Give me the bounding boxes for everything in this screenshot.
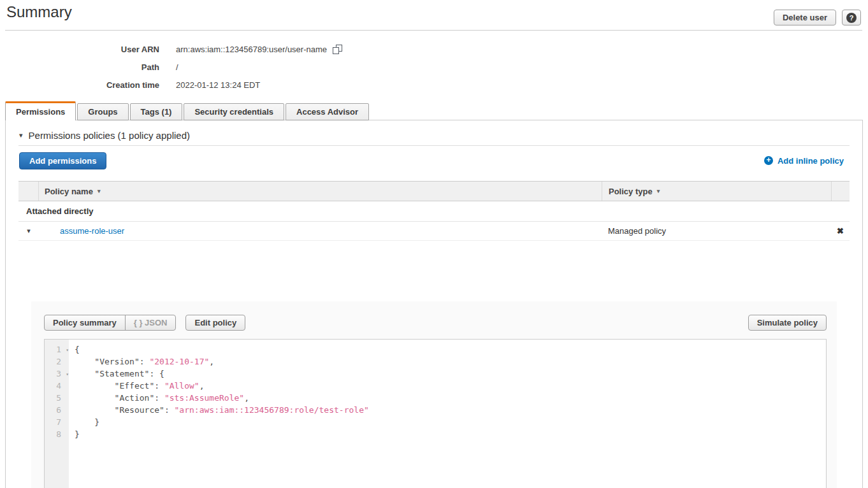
- path-label: Path: [0, 62, 159, 72]
- policy-detail-buttons: Policy summary { } JSON Edit policy Simu…: [44, 314, 827, 331]
- tab-tags[interactable]: Tags (1): [130, 103, 183, 120]
- code-line: 2 "Version": "2012-10-17",: [45, 355, 826, 368]
- attached-directly-label: Attached directly: [26, 206, 93, 216]
- permissions-policies-section-header[interactable]: ▾ Permissions policies (1 policy applied…: [19, 130, 190, 141]
- caret-down-icon: ▾: [27, 227, 31, 235]
- policy-table-header: Policy name ▾ Policy type ▾: [18, 181, 850, 201]
- code-line: 4 "Effect": "Allow",: [45, 380, 826, 392]
- header-caret-column: [18, 182, 39, 201]
- help-icon: ?: [846, 13, 857, 23]
- table-row: ▾ assume-role-user Managed policy ✖: [18, 222, 850, 241]
- line-number: 7: [56, 417, 61, 427]
- code-line: 3▾ "Statement": {: [45, 368, 826, 380]
- line-number: 6: [56, 405, 61, 415]
- line-number: 8: [56, 429, 61, 439]
- section-divider: [18, 145, 850, 146]
- code-line: 7 }: [45, 416, 826, 428]
- tab-security-credentials[interactable]: Security credentials: [184, 103, 284, 120]
- detach-policy-icon[interactable]: ✖: [837, 226, 844, 236]
- code-line: 6 "Resource": "arn:aws:iam::123456789:ro…: [45, 404, 826, 416]
- fold-caret-icon[interactable]: ▾: [66, 368, 69, 380]
- line-number: 3: [56, 369, 61, 378]
- column-header-policy-name[interactable]: Policy name ▾: [39, 182, 602, 201]
- field-row-user-arn: User ARN arn:aws:iam::123456789:user/use…: [0, 40, 342, 58]
- tab-access-advisor[interactable]: Access Advisor: [286, 103, 369, 120]
- policy-name-link[interactable]: assume-role-user: [60, 226, 124, 236]
- tab-groups[interactable]: Groups: [77, 103, 128, 120]
- plus-circle-icon: +: [764, 156, 773, 165]
- line-number: 1: [56, 345, 61, 354]
- fold-caret-icon[interactable]: ▾: [66, 344, 69, 356]
- path-value: /: [176, 62, 178, 72]
- simulate-policy-button[interactable]: Simulate policy: [748, 315, 827, 331]
- group-row-attached-directly: Attached directly: [18, 201, 850, 222]
- add-permissions-button[interactable]: Add permissions: [19, 152, 106, 169]
- add-inline-policy-label: Add inline policy: [778, 156, 844, 166]
- code-line: 8 }: [45, 428, 826, 440]
- line-number: 4: [56, 381, 61, 391]
- code-line: 1▾ {: [45, 343, 826, 355]
- creation-time-label: Creation time: [0, 80, 159, 90]
- permissions-policies-title: Permissions policies (1 policy applied): [29, 130, 190, 141]
- column-header-policy-type[interactable]: Policy type ▾: [602, 182, 831, 201]
- title-divider: [5, 30, 862, 31]
- line-number: 5: [56, 393, 61, 403]
- creation-time-value: 2022-01-12 13:24 EDT: [176, 80, 260, 90]
- user-arn-value: arn:aws:iam::123456789:user/user-name: [176, 45, 327, 54]
- field-row-creation-time: Creation time 2022-01-12 13:24 EDT: [0, 76, 342, 94]
- add-inline-policy-link[interactable]: + Add inline policy: [764, 156, 844, 166]
- section-caret-down-icon: ▾: [19, 131, 23, 140]
- code-line: 5 "Action": "sts:AssumeRole",: [45, 392, 826, 404]
- policy-actions-row: Add permissions + Add inline policy: [19, 152, 844, 169]
- policy-type-value: Managed policy: [608, 226, 666, 236]
- policy-type-header-label: Policy type: [609, 187, 653, 196]
- header-end-column: [831, 182, 850, 201]
- policy-detail-area: Policy summary { } JSON Edit policy Simu…: [31, 301, 837, 488]
- tab-bar: Permissions Groups Tags (1) Security cre…: [5, 101, 369, 120]
- header-actions: Delete user ?: [774, 10, 861, 25]
- field-row-path: Path /: [0, 58, 342, 76]
- user-arn-label: User ARN: [0, 45, 159, 54]
- sort-caret-icon: ▾: [98, 188, 101, 194]
- permissions-tab-panel: ▾ Permissions policies (1 policy applied…: [5, 120, 863, 488]
- copy-icon[interactable]: [333, 45, 342, 54]
- line-number: 2: [56, 357, 61, 366]
- delete-user-button[interactable]: Delete user: [774, 10, 836, 25]
- policy-name-header-label: Policy name: [45, 187, 93, 196]
- page-title: Summary: [6, 3, 72, 21]
- sort-caret-icon: ▾: [657, 188, 660, 194]
- policy-summary-button[interactable]: Policy summary: [44, 315, 126, 331]
- json-view-button[interactable]: { } JSON: [125, 315, 177, 331]
- policy-json-editor[interactable]: 1▾ { 2 "Version": "2012-10-17", 3▾ "Stat…: [44, 339, 827, 488]
- policy-table: Policy name ▾ Policy type ▾ Attached dir…: [18, 181, 850, 241]
- help-button[interactable]: ?: [842, 10, 861, 25]
- tab-permissions[interactable]: Permissions: [5, 101, 76, 120]
- row-expand-caret[interactable]: ▾: [18, 222, 39, 240]
- edit-policy-button[interactable]: Edit policy: [185, 315, 245, 331]
- summary-fields: User ARN arn:aws:iam::123456789:user/use…: [0, 40, 342, 94]
